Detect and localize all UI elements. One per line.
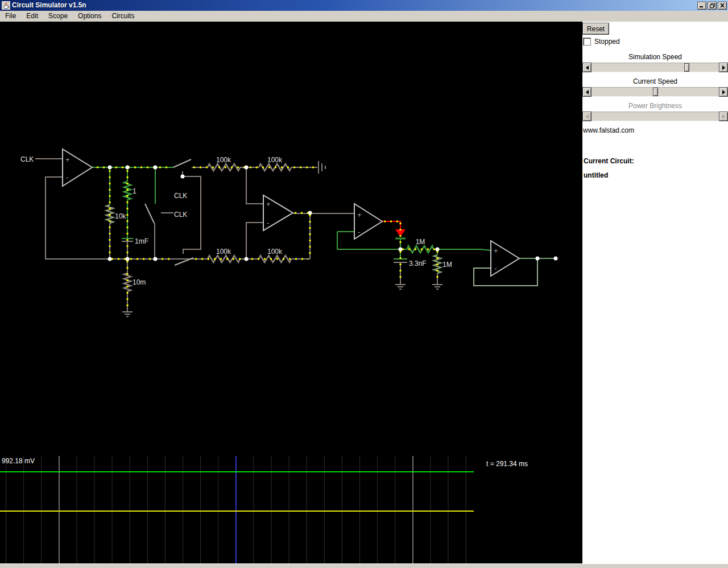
close-button[interactable]: [718, 2, 727, 10]
restore-button[interactable]: [708, 2, 717, 10]
resistor-100k-bottom-left: [208, 256, 240, 262]
slider-track[interactable]: [592, 63, 719, 72]
label-1m-h: 1M: [416, 238, 425, 246]
menu-options[interactable]: Options: [73, 11, 106, 22]
simulation-speed-slider[interactable]: [582, 63, 728, 72]
label-1m-v: 1M: [442, 261, 452, 269]
menu-scope[interactable]: Scope: [43, 11, 73, 22]
current-circuit-label: Current Circuit:: [584, 157, 634, 165]
label-100k-c: 100k: [216, 248, 231, 256]
java-icon: [2, 1, 10, 10]
label-100k-d: 100k: [267, 248, 283, 256]
grounds[interactable]: [122, 161, 442, 316]
minimize-icon: [700, 3, 704, 7]
current-speed-slider[interactable]: [582, 87, 728, 97]
label-100k-b: 100k: [267, 156, 283, 164]
resistors[interactable]: [106, 164, 441, 291]
wire-red: [382, 221, 400, 229]
slider-right-arrow-icon[interactable]: [719, 87, 728, 97]
svg-text:+: +: [266, 200, 271, 208]
label-33nf: 3.3nF: [409, 260, 427, 267]
slider-thumb[interactable]: [684, 63, 689, 72]
slider-thumb[interactable]: [653, 88, 658, 96]
current-speed-label: Current Speed: [582, 77, 728, 85]
stopped-row: Stopped: [583, 38, 620, 46]
menu-file[interactable]: File: [0, 11, 21, 22]
menu-circuits[interactable]: Circuits: [106, 11, 139, 22]
svg-text:-: -: [358, 228, 360, 236]
label-clk-switch-top: CLK: [174, 192, 187, 200]
ground-right-facing: [318, 161, 325, 174]
slider-left-arrow-icon: [582, 112, 592, 121]
power-brightness-slider: [582, 112, 728, 121]
label-10k: 10k: [115, 212, 126, 220]
sidebar: Reset Stopped Simulation Speed Current S…: [582, 22, 728, 563]
label-1mf: 1mF: [135, 237, 148, 245]
svg-text:-: -: [494, 264, 497, 273]
stopped-label: Stopped: [594, 38, 620, 46]
resistor-10m: [124, 273, 131, 291]
slider-right-arrow-icon[interactable]: [719, 63, 728, 72]
svg-text:+: +: [494, 246, 498, 255]
reset-button[interactable]: Reset: [582, 23, 609, 35]
svg-text:+: +: [65, 155, 70, 164]
falstad-link[interactable]: www.falstad.com: [583, 126, 634, 134]
menu-edit[interactable]: Edit: [21, 11, 43, 22]
simulation-speed-label: Simulation Speed: [582, 53, 728, 61]
resistor-100k-bottom-right: [259, 256, 291, 262]
label-1: 1: [133, 187, 136, 195]
window-bottom-border: [0, 563, 728, 568]
label-clk-input: CLK: [20, 155, 34, 163]
slider-right-arrow-icon: [719, 112, 728, 121]
window-title: Circuit Simulator v1.5n: [12, 0, 86, 11]
slider-track[interactable]: [592, 87, 719, 97]
scope-display[interactable]: 992.18 mV t = 291.34 ms: [0, 456, 528, 563]
wires-pale-green[interactable]: [474, 258, 556, 286]
scope-voltage-readout: 992.18 mV: [2, 457, 35, 465]
ground-left: [122, 312, 133, 316]
slider-left-arrow-icon[interactable]: [582, 63, 592, 72]
wires-gray[interactable]: [35, 159, 437, 312]
slider-left-arrow-icon[interactable]: [582, 87, 592, 97]
scope-time-readout: t = 291.34 ms: [486, 460, 528, 468]
label-clk-switch-mid: CLK: [174, 211, 187, 219]
label-100k-a: 100k: [216, 156, 231, 164]
close-icon: [720, 3, 725, 7]
circuit-canvas[interactable]: + - + - + - + -: [0, 22, 582, 563]
slider-track: [592, 112, 719, 121]
svg-text:+: +: [357, 211, 362, 219]
app-window: Circuit Simulator v1.5n File Edit Scope …: [0, 0, 728, 568]
led-branch[interactable]: [382, 221, 406, 237]
svg-text:-: -: [267, 219, 269, 227]
menu-bar: File Edit Scope Options Circuits: [0, 11, 728, 22]
title-bar[interactable]: Circuit Simulator v1.5n: [0, 0, 728, 11]
minimize-button[interactable]: [697, 2, 706, 10]
stopped-checkbox[interactable]: [583, 38, 591, 46]
switch-clk-top: [173, 159, 191, 167]
restore-icon: [710, 3, 715, 8]
svg-text:-: -: [66, 173, 68, 182]
ground-1m: [432, 285, 442, 289]
current-circuit-name: untitled: [584, 171, 608, 179]
label-10m: 10m: [133, 278, 146, 286]
switch-clk-mid: [145, 204, 154, 223]
ground-cap: [395, 285, 406, 289]
resistor-1m-horizontal: [407, 246, 433, 253]
power-brightness-label: Power Brightness: [582, 102, 728, 110]
